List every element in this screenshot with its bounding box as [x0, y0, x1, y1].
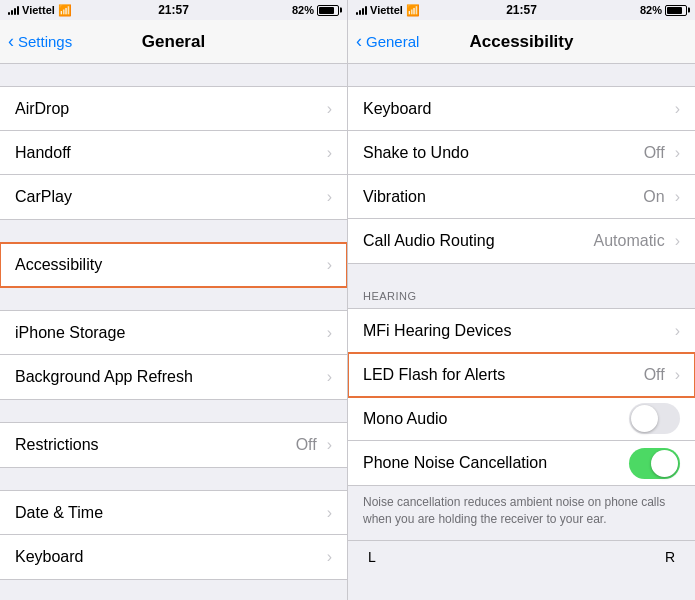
mono-audio-row[interactable]: Mono Audio	[348, 397, 695, 441]
signal-bar-3	[14, 8, 16, 15]
left-status-right: 82%	[292, 4, 339, 16]
date-time-label: Date & Time	[15, 504, 327, 522]
left-section-datetime: Date & Time › Keyboard ›	[0, 490, 347, 580]
mono-audio-toggle[interactable]	[629, 403, 680, 434]
right-group-hearing: MFi Hearing Devices › LED Flash for Aler…	[348, 308, 695, 486]
left-group-accessibility: Accessibility ›	[0, 242, 347, 288]
right-status-carrier: Viettel 📶	[356, 4, 420, 17]
carrier-label: Viettel	[22, 4, 55, 16]
keyboard-chevron-icon: ›	[327, 548, 332, 566]
led-flash-row[interactable]: LED Flash for Alerts Off ›	[348, 353, 695, 397]
right-keyboard-label: Keyboard	[363, 100, 675, 118]
mfi-hearing-chevron-icon: ›	[675, 322, 680, 340]
left-content: AirDrop › Handoff › CarPlay › Accessibil…	[0, 64, 347, 600]
right-signal-bars-icon	[356, 5, 367, 15]
keyboard-label: Keyboard	[15, 548, 327, 566]
right-keyboard-row[interactable]: Keyboard ›	[348, 87, 695, 131]
mfi-hearing-row[interactable]: MFi Hearing Devices ›	[348, 309, 695, 353]
signal-bar-4	[17, 6, 19, 15]
vibration-row[interactable]: Vibration On ›	[348, 175, 695, 219]
mono-audio-label: Mono Audio	[363, 410, 629, 428]
right-status-right: 82%	[640, 4, 687, 16]
handoff-chevron-icon: ›	[327, 144, 332, 162]
phone-noise-toggle-knob	[651, 450, 678, 477]
restrictions-detail: Off ›	[296, 436, 332, 454]
call-audio-label: Call Audio Routing	[363, 232, 594, 250]
right-time: 21:57	[506, 3, 537, 17]
handoff-row[interactable]: Handoff ›	[0, 131, 347, 175]
left-section-restrictions: Restrictions Off ›	[0, 422, 347, 468]
vibration-value: On	[643, 188, 664, 206]
right-wifi-icon: 📶	[406, 4, 420, 17]
right-nav-bar: ‹ General Accessibility	[348, 20, 695, 64]
left-group-datetime: Date & Time › Keyboard ›	[0, 490, 347, 580]
mfi-hearing-label: MFi Hearing Devices	[363, 322, 675, 340]
airdrop-chevron-icon: ›	[327, 100, 332, 118]
left-time: 21:57	[158, 3, 189, 17]
background-refresh-row[interactable]: Background App Refresh ›	[0, 355, 347, 399]
shake-undo-label: Shake to Undo	[363, 144, 644, 162]
left-status-bar: Viettel 📶 21:57 82%	[0, 0, 347, 20]
phone-noise-toggle[interactable]	[629, 448, 680, 479]
left-back-label: Settings	[18, 33, 72, 50]
accessibility-label: Accessibility	[15, 256, 327, 274]
carplay-label: CarPlay	[15, 188, 327, 206]
left-panel: Viettel 📶 21:57 82% ‹ Settings General A…	[0, 0, 347, 600]
right-section-top: Keyboard › Shake to Undo Off › Vibration…	[348, 86, 695, 264]
accessibility-chevron-icon: ›	[327, 256, 332, 274]
left-group-storage: iPhone Storage › Background App Refresh …	[0, 310, 347, 400]
iphone-storage-row[interactable]: iPhone Storage ›	[0, 311, 347, 355]
calibration-bar: L R	[348, 540, 695, 573]
handoff-label: Handoff	[15, 144, 327, 162]
shake-undo-row[interactable]: Shake to Undo Off ›	[348, 131, 695, 175]
right-nav-title: Accessibility	[470, 32, 574, 52]
shake-undo-chevron-icon: ›	[675, 144, 680, 162]
date-time-row[interactable]: Date & Time ›	[0, 491, 347, 535]
carplay-chevron-icon: ›	[327, 188, 332, 206]
background-refresh-label: Background App Refresh	[15, 368, 327, 386]
airdrop-row[interactable]: AirDrop ›	[0, 87, 347, 131]
vibration-detail: On ›	[643, 188, 680, 206]
signal-bars-icon	[8, 5, 19, 15]
shake-undo-detail: Off ›	[644, 144, 680, 162]
right-panel: Viettel 📶 21:57 82% ‹ General Accessibil…	[348, 0, 695, 600]
iphone-storage-chevron-icon: ›	[327, 324, 332, 342]
vibration-chevron-icon: ›	[675, 188, 680, 206]
iphone-storage-label: iPhone Storage	[15, 324, 327, 342]
call-audio-detail: Automatic ›	[594, 232, 680, 250]
right-signal-bar-1	[356, 12, 358, 15]
wifi-icon: 📶	[58, 4, 72, 17]
led-flash-value: Off	[644, 366, 665, 384]
left-back-chevron-icon: ‹	[8, 31, 14, 52]
led-flash-chevron-icon: ›	[675, 366, 680, 384]
restrictions-label: Restrictions	[15, 436, 296, 454]
left-back-button[interactable]: ‹ Settings	[8, 31, 72, 52]
led-flash-label: LED Flash for Alerts	[363, 366, 644, 384]
left-status-carrier: Viettel 📶	[8, 4, 72, 17]
right-back-label: General	[366, 33, 419, 50]
phone-noise-label: Phone Noise Cancellation	[363, 454, 629, 472]
left-section-storage: iPhone Storage › Background App Refresh …	[0, 310, 347, 400]
restrictions-row[interactable]: Restrictions Off ›	[0, 423, 347, 467]
right-carrier-label: Viettel	[370, 4, 403, 16]
mono-audio-toggle-knob	[631, 405, 658, 432]
vibration-label: Vibration	[363, 188, 643, 206]
led-flash-detail: Off ›	[644, 366, 680, 384]
calibration-left-label: L	[368, 549, 376, 565]
right-back-button[interactable]: ‹ General	[356, 31, 419, 52]
signal-bar-1	[8, 12, 10, 15]
restrictions-value: Off	[296, 436, 317, 454]
phone-noise-row[interactable]: Phone Noise Cancellation	[348, 441, 695, 485]
battery-icon-right	[665, 5, 687, 16]
hearing-section-header: HEARING	[348, 286, 695, 308]
right-status-bar: Viettel 📶 21:57 82%	[348, 0, 695, 20]
carplay-row[interactable]: CarPlay ›	[0, 175, 347, 219]
keyboard-row[interactable]: Keyboard ›	[0, 535, 347, 579]
left-nav-title: General	[142, 32, 205, 52]
right-content: Keyboard › Shake to Undo Off › Vibration…	[348, 64, 695, 600]
battery-percent-left: 82%	[292, 4, 314, 16]
airdrop-label: AirDrop	[15, 100, 327, 118]
accessibility-row[interactable]: Accessibility ›	[0, 243, 347, 287]
call-audio-row[interactable]: Call Audio Routing Automatic ›	[348, 219, 695, 263]
battery-fill-left	[319, 7, 334, 14]
